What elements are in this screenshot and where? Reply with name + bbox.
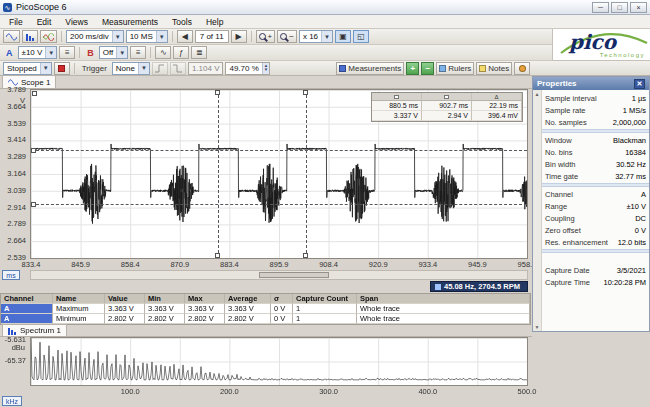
menu-item-views[interactable]: Views <box>58 16 95 28</box>
property-label: Time gate <box>545 172 578 181</box>
rising-edge-icon <box>155 64 164 73</box>
spectrum-mode-button[interactable] <box>22 30 38 43</box>
scope-mode-button[interactable] <box>3 30 20 43</box>
table-row[interactable]: AMaximum3.363 V3.363 V3.363 V3.363 V0 V1… <box>1 304 530 314</box>
rulers-label: Rulers <box>448 64 471 73</box>
menu-item-help[interactable]: Help <box>199 16 230 28</box>
scroll-down-icon[interactable]: ▼ <box>533 324 541 330</box>
close-button[interactable]: × <box>630 2 647 13</box>
scope-scrollbar[interactable] <box>30 270 528 280</box>
measurements-button[interactable]: Measurements <box>336 62 404 75</box>
spectrum-plot-area[interactable] <box>30 337 528 386</box>
minimize-button[interactable]: ─ <box>592 2 609 13</box>
capture-toolbar: 200 ms/div▼ 10 MS▼ ◀ 7 of 11 ▶ + − x 16▼… <box>0 29 552 45</box>
channel-a-options-button[interactable]: ≡ <box>59 46 75 59</box>
pre-trigger-field[interactable]: 49.70 %▲▼ <box>225 62 270 75</box>
measurements-label: Measurements <box>348 64 401 73</box>
voltage-ruler-2-handle[interactable] <box>31 202 36 207</box>
timebase-select[interactable]: 200 ms/div▼ <box>66 30 124 43</box>
table-cell: 0 V <box>271 304 293 314</box>
voltage-ruler-2[interactable] <box>31 204 527 205</box>
digital-inputs-button[interactable]: ≣ <box>191 46 207 59</box>
falling-edge-button[interactable] <box>170 62 186 75</box>
scope-plot-area[interactable]: Δ 880.5 ms 902.7 ms 22.19 ms 3.337 V 2.9… <box>30 89 528 259</box>
table-cell: 2.802 V <box>145 314 185 324</box>
magnifier-minus-icon <box>280 33 287 40</box>
next-waveform-button[interactable]: ▶ <box>231 30 247 43</box>
scope-x-label: 895.9 <box>262 260 296 269</box>
scope-scrollbar-thumb[interactable] <box>259 272 329 278</box>
prev-waveform-button[interactable]: ◀ <box>177 30 193 43</box>
record-button[interactable] <box>54 62 70 75</box>
properties-header: Properties ✕ <box>533 77 649 90</box>
chevron-down-icon: ▼ <box>321 31 332 42</box>
pre-trigger-value: 49.70 % <box>229 64 258 73</box>
ruler-spawn-handle[interactable] <box>32 91 37 96</box>
ruler-volt-1: 3.337 V <box>372 111 422 121</box>
scope-x-label: 945.9 <box>460 260 494 269</box>
falling-edge-icon <box>173 64 182 73</box>
persistence-mode-button[interactable] <box>40 30 57 43</box>
alarms-button[interactable] <box>514 62 530 75</box>
scope-y-label: 2.664 <box>7 236 26 245</box>
math-channels-button[interactable]: ƒ <box>173 46 189 59</box>
waveform-page-indicator: 7 of 11 <box>195 30 229 43</box>
zoom-overview-button[interactable]: ▣ <box>335 30 351 43</box>
divider <box>172 31 173 42</box>
add-measurement-button[interactable]: + <box>406 62 419 75</box>
window-title: PicoScope 6 <box>16 2 67 12</box>
scroll-up-icon[interactable]: ▲ <box>533 91 541 97</box>
awg-button[interactable]: ∿ <box>155 46 171 59</box>
channel-b-chip[interactable]: B <box>84 48 97 58</box>
measurements-icon <box>339 65 346 72</box>
maximize-button[interactable]: □ <box>611 2 628 13</box>
menu-item-tools[interactable]: Tools <box>165 16 199 28</box>
channel-a-chip[interactable]: A <box>3 48 16 58</box>
properties-title: Properties <box>537 79 577 88</box>
chevron-down-icon: ▼ <box>45 47 56 58</box>
properties-rows: Sample interval1 µsSample rate1 MS/sNo. … <box>542 90 649 331</box>
property-label: No. samples <box>545 118 587 127</box>
menu-item-measurements[interactable]: Measurements <box>95 16 165 28</box>
run-mode-select[interactable]: Stopped▼ <box>3 62 52 75</box>
rising-edge-button[interactable] <box>152 62 168 75</box>
delta-header: Δ <box>472 93 522 101</box>
trigger-mode-select[interactable]: None▼ <box>112 62 150 75</box>
zoom-factor-select[interactable]: x 16▼ <box>299 30 333 43</box>
property-value: 32.77 ms <box>615 172 646 181</box>
ruler-icon <box>439 65 446 72</box>
time-ruler-1[interactable] <box>218 90 219 258</box>
time-ruler-2[interactable] <box>306 90 307 258</box>
table-row[interactable]: AMinimum2.802 V2.802 V2.802 V2.802 V0 V1… <box>1 314 530 324</box>
property-value: ±10 V <box>626 202 646 211</box>
channel-b-mode-select[interactable]: Off▼ <box>99 46 128 59</box>
menu-item-edit[interactable]: Edit <box>30 16 59 28</box>
trigger-level-field[interactable]: 1.104 V <box>188 62 224 75</box>
channel-b-options-button[interactable]: ≡ <box>130 46 146 59</box>
rulers-button[interactable]: Rulers <box>436 62 474 75</box>
spinner-icon[interactable]: ▲▼ <box>262 63 269 74</box>
property-value: 2,000,000 <box>613 118 646 127</box>
table-cell: 1 <box>293 304 357 314</box>
time-ruler-2-bottom-handle[interactable] <box>303 253 308 258</box>
zoom-full-view-button[interactable]: ◱ <box>353 30 369 43</box>
table-cell: 3.363 V <box>225 304 271 314</box>
properties-scrollbar[interactable]: ▲ ▼ <box>533 90 542 331</box>
channel-a-range-select[interactable]: ±10 V▼ <box>18 46 58 59</box>
property-value: Blackman <box>613 136 646 145</box>
time-ruler-1-bottom-handle[interactable] <box>215 253 220 258</box>
properties-close-button[interactable]: ✕ <box>634 79 645 89</box>
notes-button[interactable]: Notes <box>476 62 512 75</box>
table-cell: A <box>1 304 53 314</box>
zoom-in-button[interactable]: + <box>256 30 276 43</box>
samples-select[interactable]: 10 MS▼ <box>126 30 168 43</box>
delete-measurement-button[interactable]: − <box>421 62 434 75</box>
spectrum-trace-canvas[interactable] <box>31 338 527 385</box>
time-ruler-2-handle[interactable] <box>303 90 308 95</box>
zoom-out-button[interactable]: − <box>277 30 297 43</box>
voltage-ruler-1-handle[interactable] <box>31 148 36 153</box>
menu-item-file[interactable]: File <box>2 16 30 28</box>
voltage-ruler-1[interactable] <box>31 150 527 151</box>
time-ruler-1-handle[interactable] <box>215 90 220 95</box>
property-label: Res. enhancement <box>545 238 608 247</box>
